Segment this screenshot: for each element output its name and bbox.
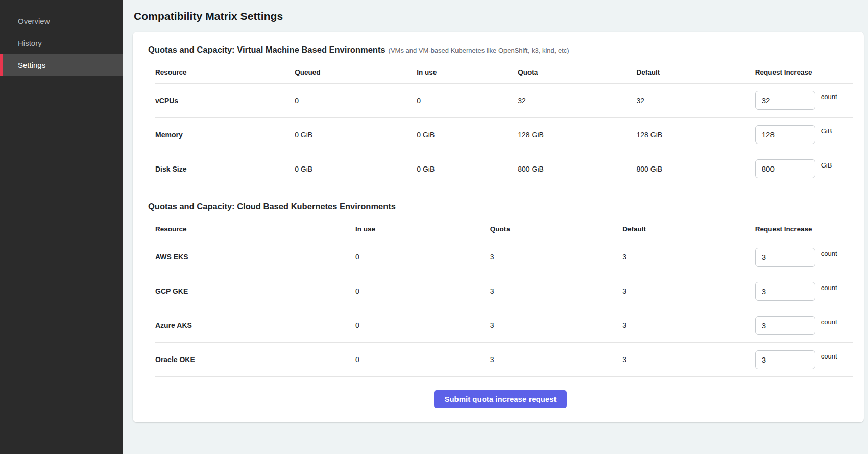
column-header-request-increase: Request Increase xyxy=(755,62,853,83)
cloud-table-header-row: Resource In use Quota Default Request In… xyxy=(155,219,853,240)
request-increase-input[interactable] xyxy=(755,159,815,178)
quota-value: 800 GiB xyxy=(518,152,636,186)
quota-value: 128 GiB xyxy=(518,117,636,152)
in-use-value: 0 xyxy=(355,240,490,274)
column-header-resource: Resource xyxy=(155,62,295,83)
table-row: Oracle OKE 0 3 3 count xyxy=(155,343,853,377)
default-value: 32 xyxy=(637,83,755,117)
in-use-value: 0 xyxy=(355,343,490,377)
resource-name: vCPUs xyxy=(155,83,295,117)
submit-quota-increase-button[interactable]: Submit quota increase request xyxy=(434,390,566,408)
vm-section-title: Quotas and Capacity: Virtual Machine Bas… xyxy=(148,45,853,55)
request-increase-input[interactable] xyxy=(755,282,815,301)
default-value: 128 GiB xyxy=(637,117,755,152)
default-value: 3 xyxy=(622,274,755,308)
unit-label: count xyxy=(821,318,837,326)
sidebar: Overview History Settings xyxy=(0,0,123,454)
column-header-default: Default xyxy=(637,62,755,83)
column-header-queued: Queued xyxy=(295,62,417,83)
unit-label: count xyxy=(821,93,837,101)
request-increase-input[interactable] xyxy=(755,316,815,335)
sidebar-item-settings[interactable]: Settings xyxy=(0,54,123,76)
request-increase-cell: count xyxy=(755,282,853,301)
vm-section-subtitle: (VMs and VM-based Kubernetes like OpenSh… xyxy=(389,46,569,54)
cloud-quota-table: Resource In use Quota Default Request In… xyxy=(155,219,853,377)
submit-button-container: Submit quota increase request xyxy=(148,390,853,408)
sidebar-item-label: History xyxy=(18,39,42,47)
table-row: Memory 0 GiB 0 GiB 128 GiB 128 GiB GiB xyxy=(155,117,853,152)
quota-settings-card: Quotas and Capacity: Virtual Machine Bas… xyxy=(133,32,864,422)
request-increase-cell: GiB xyxy=(755,125,853,144)
resource-name: Disk Size xyxy=(155,152,295,186)
request-increase-input[interactable] xyxy=(755,91,815,110)
in-use-value: 0 xyxy=(417,83,518,117)
request-increase-cell: count xyxy=(755,316,853,335)
request-increase-cell: GiB xyxy=(755,159,853,178)
vm-table-header-row: Resource Queued In use Quota Default Req… xyxy=(155,62,853,83)
resource-name: AWS EKS xyxy=(155,240,355,274)
request-increase-cell: count xyxy=(755,350,853,369)
in-use-value: 0 GiB xyxy=(417,152,518,186)
quota-value: 3 xyxy=(490,308,623,343)
unit-label: GiB xyxy=(821,161,832,169)
unit-label: count xyxy=(821,352,837,360)
default-value: 3 xyxy=(622,308,755,343)
page-title: Compatibility Matrix Settings xyxy=(134,10,864,22)
column-header-in-use: In use xyxy=(417,62,518,83)
quota-value: 32 xyxy=(518,83,636,117)
table-row: AWS EKS 0 3 3 count xyxy=(155,240,853,274)
unit-label: count xyxy=(821,284,837,292)
quota-value: 3 xyxy=(490,343,623,377)
request-increase-input[interactable] xyxy=(755,248,815,267)
sidebar-item-label: Overview xyxy=(18,17,50,26)
request-increase-cell: count xyxy=(755,248,853,267)
resource-name: Azure AKS xyxy=(155,308,355,343)
in-use-value: 0 xyxy=(355,274,490,308)
resource-name: Oracle OKE xyxy=(155,343,355,377)
request-increase-input[interactable] xyxy=(755,125,815,144)
vm-quota-table: Resource Queued In use Quota Default Req… xyxy=(155,62,853,186)
table-row: Disk Size 0 GiB 0 GiB 800 GiB 800 GiB Gi… xyxy=(155,152,853,186)
column-header-quota: Quota xyxy=(518,62,636,83)
column-header-resource: Resource xyxy=(155,219,355,240)
in-use-value: 0 GiB xyxy=(417,117,518,152)
quota-value: 3 xyxy=(490,240,623,274)
resource-name: GCP GKE xyxy=(155,274,355,308)
queued-value: 0 GiB xyxy=(295,117,417,152)
unit-label: GiB xyxy=(821,127,832,135)
sidebar-item-history[interactable]: History xyxy=(0,32,123,54)
table-row: Azure AKS 0 3 3 count xyxy=(155,308,853,343)
cloud-section-title: Quotas and Capacity: Cloud Based Kuberne… xyxy=(148,202,853,211)
queued-value: 0 xyxy=(295,83,417,117)
column-header-quota: Quota xyxy=(490,219,623,240)
default-value: 3 xyxy=(622,240,755,274)
request-increase-input[interactable] xyxy=(755,350,815,369)
column-header-request-increase: Request Increase xyxy=(755,219,853,240)
quota-value: 3 xyxy=(490,274,623,308)
table-row: vCPUs 0 0 32 32 count xyxy=(155,83,853,117)
request-increase-cell: count xyxy=(755,91,853,110)
unit-label: count xyxy=(821,250,837,257)
resource-name: Memory xyxy=(155,117,295,152)
cloud-section-title-text: Quotas and Capacity: Cloud Based Kuberne… xyxy=(148,202,396,211)
queued-value: 0 GiB xyxy=(295,152,417,186)
vm-section-title-text: Quotas and Capacity: Virtual Machine Bas… xyxy=(148,45,385,54)
default-value: 800 GiB xyxy=(637,152,755,186)
default-value: 3 xyxy=(622,343,755,377)
sidebar-item-overview[interactable]: Overview xyxy=(0,10,123,32)
column-header-in-use: In use xyxy=(355,219,490,240)
sidebar-nav: Overview History Settings xyxy=(0,10,123,76)
table-row: GCP GKE 0 3 3 count xyxy=(155,274,853,308)
in-use-value: 0 xyxy=(355,308,490,343)
main-content: Compatibility Matrix Settings Quotas and… xyxy=(123,0,868,454)
column-header-default: Default xyxy=(622,219,755,240)
sidebar-item-label: Settings xyxy=(18,61,45,69)
